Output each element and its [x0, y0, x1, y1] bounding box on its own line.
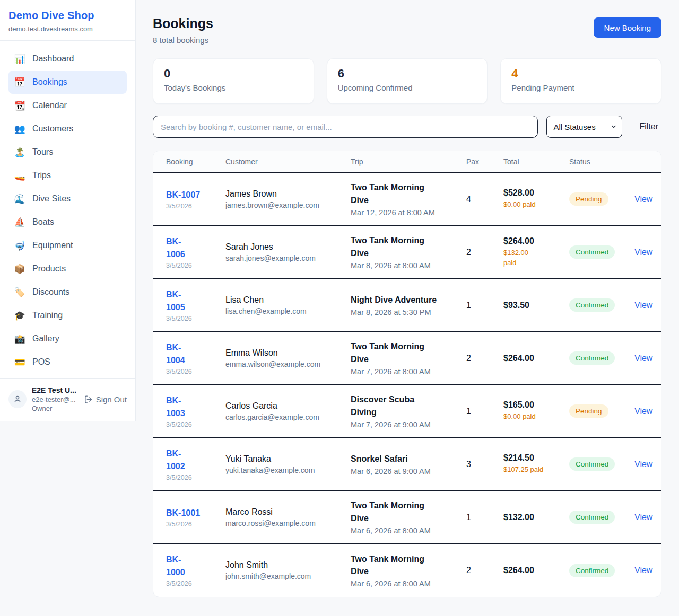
pax-cell: 3 [466, 460, 503, 469]
trip-datetime: Mar 12, 2026 at 8:00 AM [351, 208, 466, 217]
sidebar-item-trips[interactable]: 🚤 Trips [8, 164, 127, 187]
sidebar-item-bookings[interactable]: 📅 Bookings [8, 71, 127, 94]
sidebar-item-dashboard[interactable]: 📊 Dashboard [8, 47, 127, 71]
view-link[interactable]: View [634, 407, 652, 416]
booking-date: 3/5/2026 [166, 421, 225, 428]
booking-id-link[interactable]: BK-1007 [166, 189, 225, 201]
user-name: E2E Test U... [32, 386, 79, 394]
status-select[interactable]: All Statuses [546, 116, 622, 138]
trip-datetime: Mar 6, 2026 at 8:00 AM [351, 579, 466, 588]
booking-cell: BK- 1005 3/5/2026 [166, 288, 225, 322]
customer-cell: Lisa Chen lisa.chen@example.com [225, 295, 351, 315]
sidebar-item-label: Equipment [32, 241, 73, 250]
status-cell: Confirmed [569, 245, 634, 259]
page-title-block: Bookings 8 total bookings [153, 16, 213, 45]
shop-domain: demo.test.divestreams.com [8, 25, 127, 33]
page-header: Bookings 8 total bookings New Booking [153, 16, 661, 45]
status-badge: Confirmed [569, 298, 615, 312]
booking-cell: BK- 1006 3/5/2026 [166, 235, 225, 269]
customer-name: Sarah Jones [225, 242, 351, 252]
status-cell: Confirmed [569, 457, 634, 471]
view-link[interactable]: View [634, 195, 652, 204]
sidebar-item-label: Customers [32, 124, 73, 134]
search-input[interactable] [153, 116, 538, 138]
shop-title: Demo Dive Shop [8, 10, 127, 22]
sidebar-item-pos[interactable]: 💳 POS [8, 350, 127, 374]
view-link[interactable]: View [634, 354, 652, 363]
table-row: BK- 1006 3/5/2026 Sarah Jones sarah.jone… [153, 226, 661, 279]
booking-id-link[interactable]: BK- 1005 [166, 288, 225, 314]
table-row: BK- 1002 3/5/2026 Yuki Tanaka yuki.tanak… [153, 438, 661, 491]
status-badge: Confirmed [569, 457, 615, 471]
sidebar-item-training[interactable]: 🎓 Training [8, 304, 127, 327]
total-amount: $264.00 [503, 236, 569, 246]
sidebar-item-customers[interactable]: 👥 Customers [8, 117, 127, 140]
sidebar-item-calendar[interactable]: 📆 Calendar [8, 94, 127, 117]
actions-cell: View [634, 248, 661, 257]
sidebar-item-equipment[interactable]: 🤿 Equipment [8, 234, 127, 257]
trip-name: Two Tank Morning Dive [351, 234, 466, 259]
view-link[interactable]: View [634, 301, 652, 310]
view-link[interactable]: View [634, 248, 652, 257]
view-link[interactable]: View [634, 460, 652, 469]
sign-out-button[interactable]: Sign Out [84, 395, 127, 404]
status-cell: Confirmed [569, 564, 634, 577]
filter-button[interactable]: Filter [636, 122, 661, 131]
booking-id-link[interactable]: BK- 1000 [166, 553, 225, 579]
total-amount: $528.00 [503, 188, 569, 198]
total-amount: $93.50 [503, 301, 569, 310]
customer-cell: Yuki Tanaka yuki.tanaka@example.com [225, 454, 351, 474]
table-row: BK-1001 3/5/2026 Marco Rossi marco.rossi… [153, 491, 661, 544]
booking-id-link[interactable]: BK- 1006 [166, 235, 225, 261]
sidebar-item-boats[interactable]: ⛵ Boats [8, 210, 127, 234]
customer-name: Marco Rossi [225, 507, 351, 517]
table-row: BK- 1005 3/5/2026 Lisa Chen lisa.chen@ex… [153, 279, 661, 332]
status-badge: Pending [569, 404, 608, 418]
trip-cell: Discover Scuba Diving Mar 7, 2026 at 9:0… [351, 393, 466, 428]
sidebar-item-dive-sites[interactable]: 🌊 Dive Sites [8, 187, 127, 210]
stat-label: Today's Bookings [164, 83, 303, 92]
sidebar-item-label: Gallery [32, 334, 59, 344]
booking-id-link[interactable]: BK- 1002 [166, 447, 225, 473]
booking-id-link[interactable]: BK-1001 [166, 507, 225, 520]
trip-datetime: Mar 7, 2026 at 8:00 AM [351, 367, 466, 376]
view-link[interactable]: View [634, 513, 652, 522]
booking-cell: BK- 1002 3/5/2026 [166, 447, 225, 481]
actions-cell: View [634, 460, 661, 469]
total-cell: $165.00 $0.00 paid [503, 400, 569, 421]
sidebar-item-products[interactable]: 📦 Products [8, 257, 127, 280]
view-link[interactable]: View [634, 566, 652, 575]
trip-name: Two Tank Morning Dive [351, 499, 466, 524]
customer-name: James Brown [225, 189, 351, 199]
page-subtitle: 8 total bookings [153, 36, 213, 45]
booking-id-link[interactable]: BK- 1004 [166, 341, 225, 367]
paid-amount: $107.25 paid [503, 465, 569, 474]
stat-value: 4 [511, 67, 650, 81]
customer-name: Lisa Chen [225, 295, 351, 305]
pax-cell: 2 [466, 354, 503, 363]
status-badge: Confirmed [569, 564, 615, 577]
sidebar-item-tours[interactable]: 🏝️ Tours [8, 140, 127, 164]
booking-id-link[interactable]: BK- 1003 [166, 394, 225, 420]
stat-card: 4 Pending Payment [500, 58, 661, 104]
sidebar-nav: 📊 Dashboard 📅 Bookings 📆 Calendar 👥 Cust… [0, 41, 135, 378]
actions-cell: View [634, 354, 661, 363]
stat-value: 0 [164, 67, 303, 81]
booking-cell: BK-1007 3/5/2026 [166, 189, 225, 210]
trip-name: Two Tank Morning Dive [351, 553, 466, 577]
sidebar-item-discounts[interactable]: 🏷️ Discounts [8, 280, 127, 304]
user-info: E2E Test U... e2e-tester@... Owner [32, 386, 79, 412]
actions-cell: View [634, 566, 661, 575]
status-cell: Pending [569, 192, 634, 206]
trip-datetime: Mar 6, 2026 at 8:00 AM [351, 526, 466, 535]
package-icon: 📦 [14, 263, 25, 275]
sidebar-item-label: POS [32, 357, 50, 367]
customer-email: james.brown@example.com [225, 201, 351, 209]
tag-icon: 🏷️ [14, 287, 25, 298]
stats-row: 0 Today's Bookings 6 Upcoming Confirmed … [153, 58, 661, 104]
new-booking-button[interactable]: New Booking [594, 17, 661, 38]
booking-date: 3/5/2026 [166, 474, 225, 481]
status-cell: Confirmed [569, 351, 634, 365]
sidebar-item-gallery[interactable]: 📸 Gallery [8, 327, 127, 350]
customer-name: Yuki Tanaka [225, 454, 351, 464]
